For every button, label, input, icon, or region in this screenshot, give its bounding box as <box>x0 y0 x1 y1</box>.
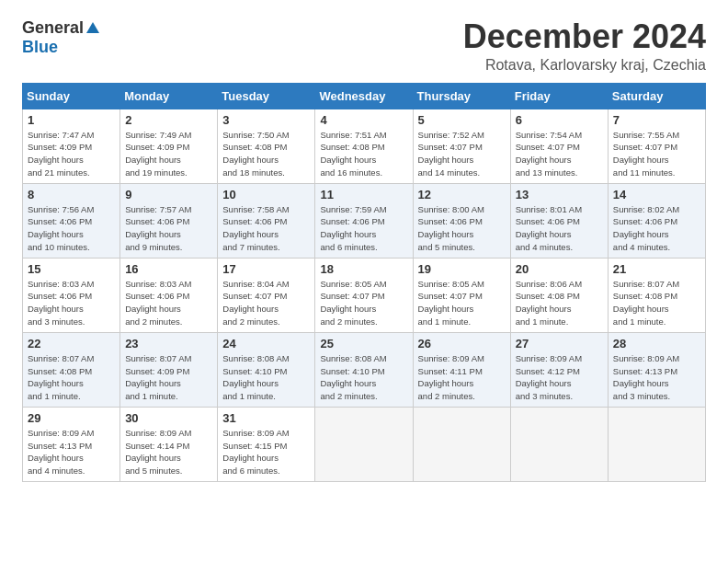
calendar-table: Sunday Monday Tuesday Wednesday Thursday… <box>22 83 706 482</box>
cell-2-3: 10 Sunrise: 7:58 AM Sunset: 4:06 PM Dayl… <box>218 183 315 258</box>
day-number: 16 <box>125 262 212 276</box>
cell-1-1: 1 Sunrise: 7:47 AM Sunset: 4:09 PM Dayli… <box>23 109 120 183</box>
day-number: 8 <box>28 188 115 201</box>
day-info: Sunrise: 8:05 AM Sunset: 4:07 PM Dayligh… <box>320 279 386 327</box>
day-number: 27 <box>516 337 603 350</box>
cell-1-6: 6 Sunrise: 7:54 AM Sunset: 4:07 PM Dayli… <box>510 109 608 183</box>
day-number: 7 <box>613 113 700 127</box>
cell-3-3: 17 Sunrise: 8:04 AM Sunset: 4:07 PM Dayl… <box>218 258 315 332</box>
day-number: 25 <box>320 337 407 350</box>
day-number: 18 <box>320 262 407 276</box>
cell-3-5: 19 Sunrise: 8:05 AM Sunset: 4:07 PM Dayl… <box>413 258 510 332</box>
day-info: Sunrise: 8:08 AM Sunset: 4:10 PM Dayligh… <box>222 353 289 401</box>
title-section: December 2024 Rotava, Karlovarsky kraj, … <box>463 18 706 74</box>
day-info: Sunrise: 7:59 AM Sunset: 4:06 PM Dayligh… <box>320 204 386 252</box>
week-row-5: 29 Sunrise: 8:09 AM Sunset: 4:13 PM Dayl… <box>23 407 706 481</box>
cell-4-7: 28 Sunrise: 8:09 AM Sunset: 4:13 PM Dayl… <box>608 332 705 407</box>
col-monday: Monday <box>120 83 218 109</box>
cell-2-1: 8 Sunrise: 7:56 AM Sunset: 4:06 PM Dayli… <box>23 183 120 258</box>
cell-4-1: 22 Sunrise: 8:07 AM Sunset: 4:08 PM Dayl… <box>23 332 120 407</box>
day-info: Sunrise: 8:06 AM Sunset: 4:08 PM Dayligh… <box>516 279 582 327</box>
cell-5-4 <box>315 407 413 481</box>
day-info: Sunrise: 8:00 AM Sunset: 4:06 PM Dayligh… <box>418 204 484 252</box>
day-info: Sunrise: 7:47 AM Sunset: 4:09 PM Dayligh… <box>28 130 94 178</box>
logo-blue-text: Blue <box>22 38 58 57</box>
week-row-2: 8 Sunrise: 7:56 AM Sunset: 4:06 PM Dayli… <box>23 183 706 258</box>
day-number: 6 <box>516 113 603 127</box>
day-info: Sunrise: 7:49 AM Sunset: 4:09 PM Dayligh… <box>125 130 191 178</box>
cell-5-5 <box>413 407 510 481</box>
day-number: 31 <box>222 411 310 425</box>
header-row: Sunday Monday Tuesday Wednesday Thursday… <box>23 83 706 109</box>
day-info: Sunrise: 8:07 AM Sunset: 4:08 PM Dayligh… <box>28 353 94 401</box>
cell-1-5: 5 Sunrise: 7:52 AM Sunset: 4:07 PM Dayli… <box>413 109 510 183</box>
day-info: Sunrise: 8:08 AM Sunset: 4:10 PM Dayligh… <box>320 353 386 401</box>
day-number: 13 <box>516 188 603 201</box>
day-info: Sunrise: 7:55 AM Sunset: 4:07 PM Dayligh… <box>613 130 679 178</box>
cell-3-6: 20 Sunrise: 8:06 AM Sunset: 4:08 PM Dayl… <box>510 258 608 332</box>
cell-4-2: 23 Sunrise: 8:07 AM Sunset: 4:09 PM Dayl… <box>120 332 218 407</box>
cell-1-4: 4 Sunrise: 7:51 AM Sunset: 4:08 PM Dayli… <box>315 109 413 183</box>
day-number: 9 <box>125 188 212 201</box>
cell-5-7 <box>608 407 705 481</box>
day-number: 15 <box>28 262 115 276</box>
logo-line1: General <box>22 18 99 38</box>
day-info: Sunrise: 8:03 AM Sunset: 4:06 PM Dayligh… <box>125 279 191 327</box>
day-number: 29 <box>28 411 115 425</box>
cell-1-7: 7 Sunrise: 7:55 AM Sunset: 4:07 PM Dayli… <box>608 109 705 183</box>
col-thursday: Thursday <box>413 83 510 109</box>
day-number: 24 <box>222 337 310 350</box>
day-number: 26 <box>418 337 506 350</box>
cell-4-5: 26 Sunrise: 8:09 AM Sunset: 4:11 PM Dayl… <box>413 332 510 407</box>
day-info: Sunrise: 8:09 AM Sunset: 4:15 PM Dayligh… <box>222 428 289 476</box>
day-info: Sunrise: 8:07 AM Sunset: 4:08 PM Dayligh… <box>613 279 679 327</box>
week-row-3: 15 Sunrise: 8:03 AM Sunset: 4:06 PM Dayl… <box>23 258 706 332</box>
cell-1-2: 2 Sunrise: 7:49 AM Sunset: 4:09 PM Dayli… <box>120 109 218 183</box>
day-number: 3 <box>222 113 310 127</box>
cell-2-2: 9 Sunrise: 7:57 AM Sunset: 4:06 PM Dayli… <box>120 183 218 258</box>
cell-3-7: 21 Sunrise: 8:07 AM Sunset: 4:08 PM Dayl… <box>608 258 705 332</box>
week-row-4: 22 Sunrise: 8:07 AM Sunset: 4:08 PM Dayl… <box>23 332 706 407</box>
day-number: 12 <box>418 188 506 201</box>
day-number: 11 <box>320 188 407 201</box>
cell-5-3: 31 Sunrise: 8:09 AM Sunset: 4:15 PM Dayl… <box>218 407 315 481</box>
page-container: General Blue December 2024 Rotava, Karlo… <box>22 18 706 482</box>
cell-2-4: 11 Sunrise: 7:59 AM Sunset: 4:06 PM Dayl… <box>315 183 413 258</box>
day-info: Sunrise: 7:57 AM Sunset: 4:06 PM Dayligh… <box>125 204 191 252</box>
cell-4-4: 25 Sunrise: 8:08 AM Sunset: 4:10 PM Dayl… <box>315 332 413 407</box>
cell-2-7: 14 Sunrise: 8:02 AM Sunset: 4:06 PM Dayl… <box>608 183 705 258</box>
day-info: Sunrise: 8:07 AM Sunset: 4:09 PM Dayligh… <box>125 353 191 401</box>
day-info: Sunrise: 8:09 AM Sunset: 4:13 PM Dayligh… <box>613 353 679 401</box>
cell-3-1: 15 Sunrise: 8:03 AM Sunset: 4:06 PM Dayl… <box>23 258 120 332</box>
day-info: Sunrise: 8:05 AM Sunset: 4:07 PM Dayligh… <box>418 279 484 327</box>
logo-triangle-icon <box>86 22 99 33</box>
cell-5-2: 30 Sunrise: 8:09 AM Sunset: 4:14 PM Dayl… <box>120 407 218 481</box>
calendar-subtitle: Rotava, Karlovarsky kraj, Czechia <box>463 57 706 74</box>
day-info: Sunrise: 7:51 AM Sunset: 4:08 PM Dayligh… <box>320 130 386 178</box>
cell-2-6: 13 Sunrise: 8:01 AM Sunset: 4:06 PM Dayl… <box>510 183 608 258</box>
day-number: 14 <box>613 188 700 201</box>
day-info: Sunrise: 8:02 AM Sunset: 4:06 PM Dayligh… <box>613 204 679 252</box>
col-sunday: Sunday <box>23 83 120 109</box>
day-info: Sunrise: 7:56 AM Sunset: 4:06 PM Dayligh… <box>28 204 94 252</box>
day-info: Sunrise: 7:52 AM Sunset: 4:07 PM Dayligh… <box>418 130 484 178</box>
day-info: Sunrise: 7:58 AM Sunset: 4:06 PM Dayligh… <box>222 204 289 252</box>
day-info: Sunrise: 8:03 AM Sunset: 4:06 PM Dayligh… <box>28 279 94 327</box>
day-number: 21 <box>613 262 700 276</box>
calendar-title: December 2024 <box>463 18 706 55</box>
day-number: 28 <box>613 337 700 350</box>
day-number: 30 <box>125 411 212 425</box>
cell-1-3: 3 Sunrise: 7:50 AM Sunset: 4:08 PM Dayli… <box>218 109 315 183</box>
day-number: 5 <box>418 113 506 127</box>
day-number: 23 <box>125 337 212 350</box>
day-info: Sunrise: 7:50 AM Sunset: 4:08 PM Dayligh… <box>222 130 289 178</box>
day-info: Sunrise: 8:09 AM Sunset: 4:13 PM Dayligh… <box>28 428 94 476</box>
day-number: 10 <box>222 188 310 201</box>
logo-line2: Blue <box>22 38 58 57</box>
header: General Blue December 2024 Rotava, Karlo… <box>22 18 706 74</box>
day-info: Sunrise: 8:09 AM Sunset: 4:14 PM Dayligh… <box>125 428 191 476</box>
day-number: 2 <box>125 113 212 127</box>
cell-5-1: 29 Sunrise: 8:09 AM Sunset: 4:13 PM Dayl… <box>23 407 120 481</box>
cell-5-6 <box>510 407 608 481</box>
cell-3-2: 16 Sunrise: 8:03 AM Sunset: 4:06 PM Dayl… <box>120 258 218 332</box>
